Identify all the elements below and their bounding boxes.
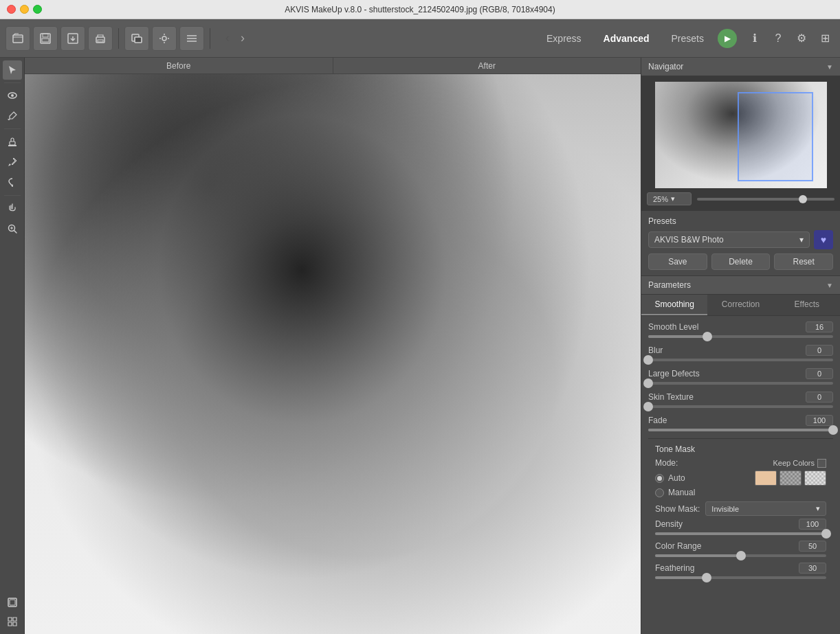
fade-slider[interactable]	[648, 429, 833, 431]
tab-effects[interactable]: Effects	[774, 295, 840, 315]
tab-smoothing[interactable]: Smoothing	[641, 295, 707, 315]
save-button[interactable]	[33, 26, 58, 51]
fade-value[interactable]: 100	[806, 415, 833, 426]
smooth-level-value[interactable]: 16	[806, 321, 833, 332]
color-range-label: Color Range	[655, 541, 701, 551]
color-range-slider[interactable]	[655, 554, 826, 557]
svg-rect-14	[8, 145, 16, 146]
tab-presets[interactable]: Presets	[661, 29, 715, 48]
svg-rect-3	[42, 38, 49, 42]
large-defects-value[interactable]: 0	[806, 368, 833, 379]
nav-zoom-row: 25% ▾	[647, 192, 835, 205]
preset-dropdown[interactable]: AKVIS B&W Photo ▾	[648, 231, 810, 248]
skin-texture-value[interactable]: 0	[806, 392, 833, 403]
zoom-slider-thumb[interactable]	[799, 195, 807, 203]
manual-radio-row: Manual	[655, 488, 826, 497]
tool-frames[interactable]	[3, 593, 22, 612]
play-button[interactable]: ▶	[718, 29, 737, 48]
blur-value[interactable]: 0	[806, 345, 833, 356]
color-range-value[interactable]: 50	[799, 541, 826, 552]
manual-radio[interactable]	[655, 488, 664, 497]
show-mask-dropdown[interactable]: Invisible ▾	[705, 501, 826, 516]
tool-brush[interactable]	[3, 106, 22, 126]
feathering-value[interactable]: 30	[799, 563, 826, 574]
feathering-label-row: Feathering 30	[655, 563, 826, 574]
swatch-checker[interactable]	[780, 471, 802, 486]
navigator-thumbnail[interactable]	[655, 82, 827, 188]
zoom-slider[interactable]	[697, 198, 835, 201]
auto-radio[interactable]	[655, 474, 664, 483]
tool-grid[interactable]	[3, 612, 22, 631]
photo-canvas[interactable]	[25, 74, 641, 634]
color-range-row: Color Range 50	[655, 541, 826, 558]
tab-express[interactable]: Express	[535, 29, 593, 48]
smooth-level-thumb[interactable]	[703, 332, 712, 341]
nav-viewport-indicator[interactable]	[738, 92, 813, 181]
preset-save-button[interactable]: Save	[648, 253, 707, 270]
settings-tool-button[interactable]	[152, 26, 177, 51]
zoom-indicator[interactable]: 25% ▾	[647, 192, 692, 205]
feathering-thumb[interactable]	[702, 573, 711, 582]
fade-label-row: Fade 100	[648, 415, 833, 426]
skin-texture-label: Skin Texture	[648, 392, 694, 402]
skin-texture-thumb[interactable]	[643, 402, 653, 411]
feathering-slider[interactable]	[655, 576, 826, 579]
plugin-button[interactable]: ⊞	[815, 29, 835, 48]
main-area: Before After Navigator ▼ 25% ▾	[0, 58, 840, 634]
tool-stamp[interactable]	[3, 132, 22, 151]
open-file-button[interactable]	[5, 26, 30, 51]
preferences-button[interactable]	[179, 26, 204, 51]
canvas-content[interactable]	[25, 74, 641, 634]
large-defects-thumb[interactable]	[643, 378, 653, 388]
maximize-button[interactable]	[33, 5, 42, 14]
tool-zoom[interactable]	[3, 219, 22, 238]
show-mask-value: Invisible	[711, 505, 739, 513]
tool-bottom-area	[3, 593, 22, 631]
tool-dropper[interactable]	[3, 152, 22, 172]
fade-thumb[interactable]	[828, 425, 838, 435]
tool-select[interactable]	[3, 60, 22, 80]
params-header[interactable]: Parameters ▼	[641, 276, 840, 295]
tab-correction[interactable]: Correction	[707, 295, 773, 315]
density-label-row: Density 100	[655, 519, 826, 530]
batch-button[interactable]	[124, 26, 149, 51]
zoom-value: 25%	[653, 195, 668, 203]
swatch-skin[interactable]	[755, 471, 777, 486]
navigator-header[interactable]: Navigator ▼	[641, 58, 840, 76]
blur-label: Blur	[648, 346, 663, 355]
navigator-content: 25% ▾	[641, 76, 840, 211]
preset-favorite-button[interactable]: ♥	[814, 230, 833, 249]
params-section: Parameters ▼ Smoothing Correction Effect…	[641, 276, 840, 634]
navigator-collapse-icon: ▼	[826, 63, 833, 71]
save-as-button[interactable]	[60, 26, 85, 51]
toolbar-right-buttons: ℹ ? ⚙ ⊞	[745, 29, 835, 48]
show-mask-label: Show Mask:	[655, 504, 700, 514]
preset-delete-button[interactable]: Delete	[711, 253, 771, 270]
tool-paint[interactable]	[3, 173, 22, 192]
swatch-light[interactable]	[804, 471, 826, 486]
smooth-level-slider[interactable]	[648, 335, 833, 338]
info-button[interactable]: ℹ	[745, 29, 764, 48]
skin-texture-slider[interactable]	[648, 405, 833, 408]
density-value[interactable]: 100	[799, 519, 826, 530]
nav-back-button[interactable]: ‹	[221, 28, 234, 48]
density-thumb[interactable]	[821, 529, 831, 539]
blur-thumb[interactable]	[643, 355, 653, 365]
tool-hand[interactable]	[3, 199, 22, 218]
close-button[interactable]	[7, 5, 16, 14]
large-defects-slider[interactable]	[648, 382, 833, 385]
blur-slider[interactable]	[648, 359, 833, 361]
color-range-thumb[interactable]	[736, 551, 746, 561]
smoothing-controls: Smooth Level 16 Blur 0	[641, 316, 840, 596]
tool-eye[interactable]	[3, 86, 22, 105]
keep-colors-checkbox[interactable]	[817, 459, 826, 468]
tab-advanced[interactable]: Advanced	[593, 29, 661, 48]
preset-reset-button[interactable]: Reset	[774, 253, 833, 270]
print-button[interactable]	[88, 26, 113, 51]
app-settings-button[interactable]: ⚙	[792, 29, 811, 48]
toolbar: ‹ › Express Advanced Presets ▶ ℹ ? ⚙ ⊞	[0, 19, 840, 58]
minimize-button[interactable]	[20, 5, 29, 14]
density-slider[interactable]	[655, 532, 826, 535]
help-button[interactable]: ?	[769, 29, 788, 48]
nav-forward-button[interactable]: ›	[236, 28, 249, 48]
